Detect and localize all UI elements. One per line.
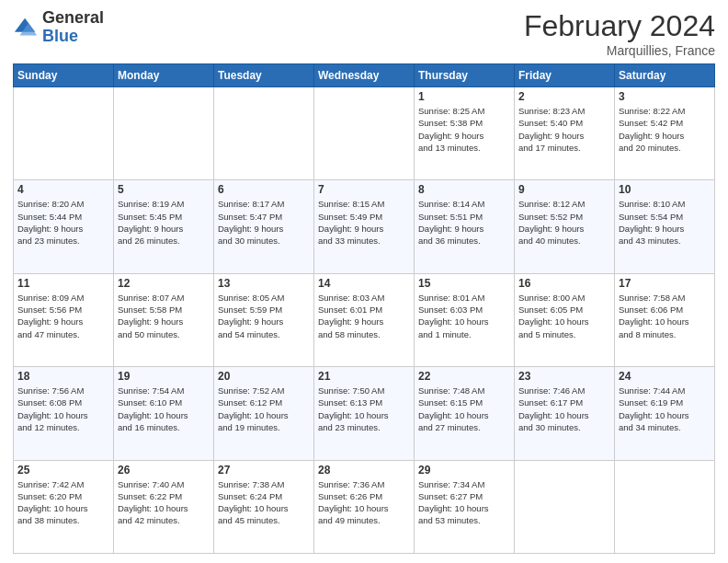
- day-number: 10: [619, 183, 711, 196]
- day-info: Sunrise: 8:10 AM Sunset: 5:54 PM Dayligh…: [619, 198, 711, 247]
- day-number: 7: [318, 183, 410, 196]
- week-row-4: 18Sunrise: 7:56 AM Sunset: 6:08 PM Dayli…: [14, 367, 715, 460]
- day-number: 21: [318, 370, 410, 383]
- day-number: 17: [619, 277, 711, 290]
- day-info: Sunrise: 8:12 AM Sunset: 5:52 PM Dayligh…: [518, 198, 610, 247]
- day-cell: 20Sunrise: 7:52 AM Sunset: 6:12 PM Dayli…: [214, 367, 314, 460]
- logo: General Blue: [13, 9, 104, 46]
- day-number: 18: [17, 370, 109, 383]
- weekday-tuesday: Tuesday: [214, 64, 314, 87]
- day-cell: [14, 87, 114, 180]
- day-cell: 6Sunrise: 8:17 AM Sunset: 5:47 PM Daylig…: [214, 180, 314, 273]
- day-info: Sunrise: 8:17 AM Sunset: 5:47 PM Dayligh…: [218, 198, 310, 247]
- day-cell: 29Sunrise: 7:34 AM Sunset: 6:27 PM Dayli…: [415, 460, 515, 553]
- day-info: Sunrise: 7:34 AM Sunset: 6:27 PM Dayligh…: [418, 478, 510, 527]
- day-cell: 18Sunrise: 7:56 AM Sunset: 6:08 PM Dayli…: [14, 367, 114, 460]
- weekday-friday: Friday: [515, 64, 615, 87]
- day-number: 9: [518, 183, 610, 196]
- day-number: 24: [619, 370, 711, 383]
- week-row-3: 11Sunrise: 8:09 AM Sunset: 5:56 PM Dayli…: [14, 273, 715, 366]
- day-info: Sunrise: 7:46 AM Sunset: 6:17 PM Dayligh…: [518, 385, 610, 433]
- day-cell: 4Sunrise: 8:20 AM Sunset: 5:44 PM Daylig…: [14, 180, 114, 273]
- weekday-wednesday: Wednesday: [314, 64, 415, 87]
- week-row-1: 1Sunrise: 8:25 AM Sunset: 5:38 PM Daylig…: [14, 87, 715, 180]
- day-cell: 3Sunrise: 8:22 AM Sunset: 5:42 PM Daylig…: [615, 87, 715, 180]
- day-number: 23: [518, 370, 610, 383]
- day-info: Sunrise: 7:54 AM Sunset: 6:10 PM Dayligh…: [118, 385, 210, 433]
- day-number: 28: [318, 464, 410, 477]
- day-cell: [615, 460, 715, 553]
- day-cell: 2Sunrise: 8:23 AM Sunset: 5:40 PM Daylig…: [515, 87, 615, 180]
- day-info: Sunrise: 8:15 AM Sunset: 5:49 PM Dayligh…: [318, 198, 410, 247]
- day-cell: 21Sunrise: 7:50 AM Sunset: 6:13 PM Dayli…: [314, 367, 415, 460]
- day-info: Sunrise: 8:22 AM Sunset: 5:42 PM Dayligh…: [619, 105, 711, 154]
- day-info: Sunrise: 8:09 AM Sunset: 5:56 PM Dayligh…: [17, 292, 109, 340]
- day-info: Sunrise: 8:07 AM Sunset: 5:58 PM Dayligh…: [118, 292, 210, 340]
- day-cell: 9Sunrise: 8:12 AM Sunset: 5:52 PM Daylig…: [515, 180, 615, 273]
- day-number: 25: [17, 464, 109, 477]
- day-cell: 25Sunrise: 7:42 AM Sunset: 6:20 PM Dayli…: [14, 460, 114, 553]
- day-info: Sunrise: 8:03 AM Sunset: 6:01 PM Dayligh…: [318, 292, 410, 340]
- day-info: Sunrise: 7:56 AM Sunset: 6:08 PM Dayligh…: [17, 385, 109, 433]
- day-info: Sunrise: 8:23 AM Sunset: 5:40 PM Dayligh…: [518, 105, 610, 154]
- day-info: Sunrise: 7:36 AM Sunset: 6:26 PM Dayligh…: [318, 478, 410, 527]
- day-info: Sunrise: 7:48 AM Sunset: 6:15 PM Dayligh…: [418, 385, 510, 433]
- logo-text: General Blue: [42, 9, 104, 46]
- day-cell: 27Sunrise: 7:38 AM Sunset: 6:24 PM Dayli…: [214, 460, 314, 553]
- day-cell: 17Sunrise: 7:58 AM Sunset: 6:06 PM Dayli…: [615, 273, 715, 366]
- day-info: Sunrise: 7:58 AM Sunset: 6:06 PM Dayligh…: [619, 292, 711, 340]
- day-number: 27: [218, 464, 310, 477]
- weekday-saturday: Saturday: [615, 64, 715, 87]
- day-info: Sunrise: 8:05 AM Sunset: 5:59 PM Dayligh…: [218, 292, 310, 340]
- logo-general-text: General: [42, 9, 104, 28]
- day-number: 6: [218, 183, 310, 196]
- day-number: 11: [17, 277, 109, 290]
- day-cell: 19Sunrise: 7:54 AM Sunset: 6:10 PM Dayli…: [114, 367, 214, 460]
- day-number: 12: [118, 277, 210, 290]
- day-number: 1: [418, 90, 510, 103]
- weekday-thursday: Thursday: [415, 64, 515, 87]
- day-info: Sunrise: 8:20 AM Sunset: 5:44 PM Dayligh…: [17, 198, 109, 247]
- day-cell: 26Sunrise: 7:40 AM Sunset: 6:22 PM Dayli…: [114, 460, 214, 553]
- day-cell: 8Sunrise: 8:14 AM Sunset: 5:51 PM Daylig…: [415, 180, 515, 273]
- day-info: Sunrise: 7:40 AM Sunset: 6:22 PM Dayligh…: [118, 478, 210, 527]
- day-number: 8: [418, 183, 510, 196]
- day-cell: [515, 460, 615, 553]
- week-row-2: 4Sunrise: 8:20 AM Sunset: 5:44 PM Daylig…: [14, 180, 715, 273]
- day-number: 19: [118, 370, 210, 383]
- weekday-sunday: Sunday: [14, 64, 114, 87]
- day-info: Sunrise: 8:01 AM Sunset: 6:03 PM Dayligh…: [418, 292, 510, 340]
- day-cell: 12Sunrise: 8:07 AM Sunset: 5:58 PM Dayli…: [114, 273, 214, 366]
- day-number: 20: [218, 370, 310, 383]
- day-cell: 24Sunrise: 7:44 AM Sunset: 6:19 PM Dayli…: [615, 367, 715, 460]
- day-cell: [214, 87, 314, 180]
- day-number: 22: [418, 370, 510, 383]
- header: General Blue February 2024 Marquillies, …: [13, 9, 715, 58]
- day-cell: 22Sunrise: 7:48 AM Sunset: 6:15 PM Dayli…: [415, 367, 515, 460]
- logo-blue-text: Blue: [42, 28, 104, 46]
- day-cell: 7Sunrise: 8:15 AM Sunset: 5:49 PM Daylig…: [314, 180, 415, 273]
- day-cell: 1Sunrise: 8:25 AM Sunset: 5:38 PM Daylig…: [415, 87, 515, 180]
- month-year-title: February 2024: [524, 9, 715, 43]
- day-number: 29: [418, 464, 510, 477]
- day-info: Sunrise: 7:42 AM Sunset: 6:20 PM Dayligh…: [17, 478, 109, 527]
- day-cell: 11Sunrise: 8:09 AM Sunset: 5:56 PM Dayli…: [14, 273, 114, 366]
- day-cell: [314, 87, 415, 180]
- day-info: Sunrise: 8:19 AM Sunset: 5:45 PM Dayligh…: [118, 198, 210, 247]
- day-cell: 13Sunrise: 8:05 AM Sunset: 5:59 PM Dayli…: [214, 273, 314, 366]
- day-cell: 14Sunrise: 8:03 AM Sunset: 6:01 PM Dayli…: [314, 273, 415, 366]
- day-info: Sunrise: 7:50 AM Sunset: 6:13 PM Dayligh…: [318, 385, 410, 433]
- day-info: Sunrise: 7:44 AM Sunset: 6:19 PM Dayligh…: [619, 385, 711, 433]
- day-cell: 16Sunrise: 8:00 AM Sunset: 6:05 PM Dayli…: [515, 273, 615, 366]
- day-cell: 5Sunrise: 8:19 AM Sunset: 5:45 PM Daylig…: [114, 180, 214, 273]
- day-info: Sunrise: 8:00 AM Sunset: 6:05 PM Dayligh…: [518, 292, 610, 340]
- day-cell: 23Sunrise: 7:46 AM Sunset: 6:17 PM Dayli…: [515, 367, 615, 460]
- weekday-monday: Monday: [114, 64, 214, 87]
- day-number: 26: [118, 464, 210, 477]
- day-number: 15: [418, 277, 510, 290]
- day-number: 3: [619, 90, 711, 103]
- day-cell: 10Sunrise: 8:10 AM Sunset: 5:54 PM Dayli…: [615, 180, 715, 273]
- day-number: 4: [17, 183, 109, 196]
- location-label: Marquillies, France: [524, 43, 715, 58]
- day-info: Sunrise: 7:52 AM Sunset: 6:12 PM Dayligh…: [218, 385, 310, 433]
